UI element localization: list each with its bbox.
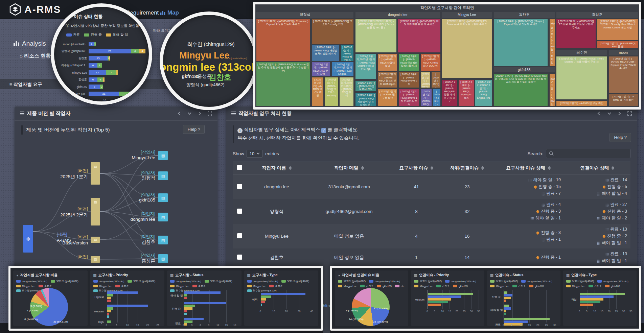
treemap-cell[interactable]: [ 2025년 2분기 ] - [ARMS-REQ] 백오피스 config 작… xyxy=(312,19,354,44)
treemap-cell[interactable]: [ 2025년 1분기 ] - [ARMS-REQ] ES Framework … xyxy=(441,19,492,78)
treemap-cell[interactable]: [ 2025년 2분기 ] - [ARMS-REQ] ( Cost ) Expa… xyxy=(608,56,638,93)
treemap-cell[interactable]: [ 2025년 2분기,2025년 1분기 ] - [ARMS-REQ] Eng… xyxy=(355,54,376,79)
treemap-cell[interactable]: [ 2025년 2분기 ] - [ARMS-REQ] SEO 플 랜 xyxy=(597,41,638,48)
legend-swatch xyxy=(369,280,373,283)
worker-name-cell[interactable]: Mingyu Lee xyxy=(246,224,307,248)
bar xyxy=(261,295,271,298)
sort-icon[interactable] xyxy=(431,166,433,170)
wordcloud-word[interactable]: gkfn185 xyxy=(182,74,200,79)
worker-name-cell[interactable]: 김찬호 xyxy=(246,248,307,266)
row-checkbox[interactable] xyxy=(237,184,242,189)
treemap-cell[interactable]: [ 2025년 2분기 ] - A-RMS 팀 구성 확인 xyxy=(608,94,638,106)
sort-icon[interactable] xyxy=(361,166,364,170)
background-resource-link[interactable]: ⌂ 리소스 현황 xyxy=(20,53,51,60)
chevron-right-icon[interactable] xyxy=(198,111,202,116)
treemap-cell[interactable]: [ 2025년 1분기 ] - [ARMS-REQ] ARMS의 상태와 고객사… xyxy=(493,73,548,106)
treemap-cell[interactable]: [ 2025년 2분기,2025년 1분기 ] - [ARMS-REQ] 데이 xyxy=(339,77,354,106)
treemap-cell[interactable]: [ 2025년 2분기 ] - [ARMS-REQ] Spring AI 적용 xyxy=(458,79,474,106)
treemap-cell[interactable]: [ 2025년 2분기 ] - [ARMS-REQ] 개인정보처리방침 페이지 xyxy=(312,45,339,61)
column-header[interactable]: 요구사항 이슈 상태 xyxy=(492,162,564,174)
chevron-left-icon[interactable] xyxy=(177,111,182,116)
legend-label: Mingyu Lee xyxy=(253,285,266,288)
treemap-cell[interactable]: [ 2025년 2분기 ] - [ARMS-REQ] A-RMS 와 A-DOC… xyxy=(420,54,441,71)
column-header[interactable]: 요구사항 이슈 xyxy=(391,162,442,174)
treemap-cell[interactable]: [ 2025년 2분기 ] - [ARMS-REQ] dmove 2차 xyxy=(398,72,419,88)
treemap-cell[interactable]: [ 2025년 2분기 ] - A-RMS 팀 구성 확인 xyxy=(556,101,607,106)
todo-icon xyxy=(597,192,600,195)
treemap-cell[interactable]: [ 2025년 2분기 ] - [ARMS-REQ] 컨트리뷰톤 2025 Op… xyxy=(377,72,397,88)
app-logo[interactable]: A-RMS xyxy=(9,3,61,16)
row-checkbox[interactable] xyxy=(237,255,242,260)
wordcloud-word[interactable]: 양형석 (gudtjr4662) xyxy=(186,82,225,88)
select-all-checkbox[interactable] xyxy=(237,165,242,170)
treemap-cell[interactable]: [ 2025년 2분기 ] - [ARMS-REQ] 백오피스 System 작 xyxy=(341,45,354,61)
help-button[interactable]: Help ? xyxy=(610,133,631,142)
column-header[interactable]: 작업자 메일 xyxy=(307,162,391,174)
treemap-cell[interactable]: [ 2025년 2분기,2025년 1분기 ] - [ARMS-REQ] 서버 … xyxy=(355,19,397,53)
treemap-cell[interactable]: [ 2025년 2분기 ] - A-RMS 팀 구 성 확 인 xyxy=(549,19,555,66)
treemap-cell[interactable]: [ 2025 년 2분기 ] - [ARMS-REQ] 소개자료 PPT 업데 xyxy=(433,89,441,106)
treemap-cell[interactable]: [ 2025년 2분기,2025년 1분기 ] - [ARMS-REQ] Eng… xyxy=(475,79,492,106)
treemap-cell[interactable]: [ 2025년 2분기 ] - [ARMS-REQ] ES 전용 게시 판 기능… xyxy=(441,79,457,106)
treemap-cell[interactable]: [ 2025년 1분기 ] - [ARMS-REQ] 백오피스 Security xyxy=(324,77,338,106)
issue-bar-label: 김찬호 xyxy=(58,56,89,61)
search-input[interactable] xyxy=(546,149,630,158)
analysis-chart-icon xyxy=(14,41,19,46)
treemap-cell[interactable]: [ 2025년 2분기 ] - A-RMS 팀 구성 확인 xyxy=(377,89,397,106)
treemap-cell[interactable]: [ 2025년 2분기 ] - [ARMS-REQ] 백오피스 Security… xyxy=(597,19,638,41)
treemap-group-header: Mingyu Lee xyxy=(441,11,492,18)
wordcloud-word[interactable]: 김찬호 xyxy=(209,72,231,82)
wordcloud-word[interactable]: Mingyu Lee xyxy=(179,50,230,61)
expand-icon[interactable] xyxy=(627,111,632,116)
column-header[interactable]: 하위/연결이슈 xyxy=(442,162,492,174)
treemap-cell[interactable]: [ 2025년 2분기 ] - [ARMS-REQ] 브로셔 작성 xyxy=(355,80,376,92)
row-checkbox[interactable] xyxy=(237,209,242,214)
worker-name-cell[interactable]: dongmin lee xyxy=(246,174,307,199)
treemap-cell[interactable]: [ 2025년 2분기 ] - [ARMS-REQ] ( Time ) Expa… xyxy=(556,56,607,100)
worker-name-cell[interactable]: 양형석 xyxy=(246,199,307,224)
treemap-cell[interactable]: [ 2025년 2분기 ] - [ARMS-REQ] 가격 정책 업데이트 xyxy=(420,89,432,106)
sort-icon[interactable] xyxy=(289,166,292,170)
axis-tick: 0 xyxy=(579,310,580,313)
treemap-cell[interactable]: [ 2025년 2분기 ] - A-RMS 팀 구성 확인 xyxy=(312,77,324,106)
treemap-cell[interactable]: [ 2025년 2분기 ] - [ARMS-REQ] ALM Issue 컬럼 … xyxy=(256,62,310,106)
treemap-cell[interactable]: [ 2025년 2분기 ] - [ARMS-REQ] 인스펙션 팀장님들께 시 xyxy=(398,54,419,71)
sort-icon[interactable] xyxy=(548,166,551,170)
chevron-left-icon[interactable] xyxy=(597,111,601,116)
treemap-cell[interactable]: [ 2025년 2분기 ] - [ARMS-REQ] ES 전용 게시판 기능을… xyxy=(556,19,596,48)
bar-plot: 진행 중해야 할 일완료051015202530 xyxy=(490,290,557,326)
sort-icon[interactable] xyxy=(481,166,484,170)
row-checkbox[interactable] xyxy=(237,233,242,238)
bar-chart-icon: ▥ xyxy=(490,273,493,277)
wordcloud-word[interactable]: moon (dumbbelloper) xyxy=(225,57,247,59)
wordcloud-word[interactable]: 최수헌 (chltngus129) xyxy=(187,41,234,48)
column-header[interactable]: 연결이슈 상태 xyxy=(564,162,630,174)
treemap-cell[interactable]: [ 2025년 2분기 ] - [ARMS-REQ] 특허 출원 xyxy=(431,72,441,88)
page-size-select[interactable]: 10 xyxy=(247,150,263,158)
x-axis: 0510152025 xyxy=(107,324,162,326)
treemap-cell[interactable]: [ 2025년 1분기 ] - [ARMS-REQ] ( Resource ) … xyxy=(256,19,310,61)
treemap-cell[interactable]: [ 2025년 2분기 ] - [ARMS-REQ] 상열님 설명 xyxy=(377,54,397,71)
wordcloud-word[interactable]: dongmin lee (313cokr) xyxy=(160,61,258,73)
column-header[interactable]: 작업자 이름 xyxy=(246,162,307,174)
treemap-cell[interactable]: [ 2025 년 2분 기 ] - A-RMS 팀 구 성 확 xyxy=(549,73,555,106)
chevron-down-icon[interactable] xyxy=(187,111,192,116)
chevron-right-icon[interactable] xyxy=(617,111,622,116)
expand-icon[interactable] xyxy=(208,111,212,116)
bar xyxy=(107,307,113,310)
nav-item-map[interactable]: Map xyxy=(160,9,179,16)
req-issue-count: 4 xyxy=(391,224,442,248)
axis-tick: 25 xyxy=(545,324,548,326)
treemap-cell[interactable]: [ 2025년 2분기 ] - [ARMS-REQ] 상표권 등록 xyxy=(420,72,430,88)
status-label: 완료 - 13 xyxy=(610,251,627,257)
treemap-cell[interactable]: [ 2025년 2분기 ] - [ARMS-REQ] 랜딩 페이지를 완성 해 … xyxy=(398,19,441,53)
treemap-cell[interactable]: [ 2025년 2분기 ] - [ARMS-REQ] 세근님이 강 프로젝트뷰 … xyxy=(355,93,376,106)
treemap-cell[interactable]: [ 2025년 2분기,2025년 1분기 ] - [ARMS-REQ] Eng… xyxy=(331,62,354,77)
x-axis: 05101520253035 xyxy=(428,310,481,313)
sort-icon[interactable] xyxy=(612,166,614,170)
treemap-cell[interactable]: [ 2025년 2분기 ] - [ARMS-REQ] 개발 문서 작성 xyxy=(312,62,330,77)
bar-chart-panel: ▥연결이슈 - Priority양형석 (gudtjr4662)dongmin … xyxy=(411,270,484,326)
chevron-down-icon[interactable] xyxy=(607,111,612,116)
treemap-cell[interactable]: [ 2025년 2분기 ] - [ARMS-REQ] dmove 1차 컨퍼런스… xyxy=(398,89,419,106)
treemap-cell[interactable]: [ 2025년 2분기 ] - [ARMS-REQ] ( Scope ) Exp… xyxy=(493,19,548,66)
